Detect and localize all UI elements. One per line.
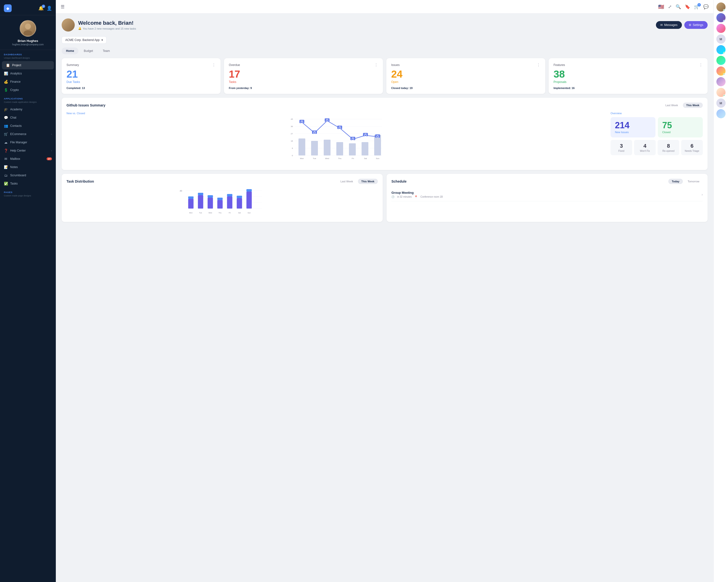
shopping-cart-icon[interactable]: 🛒 5	[694, 4, 699, 9]
stat-label: Open	[391, 80, 540, 84]
svg-text:18: 18	[291, 140, 293, 142]
task-distribution-card: Task Distribution Last Week This Week 40	[62, 174, 383, 222]
right-avatar-2[interactable]	[717, 13, 726, 22]
right-avatar-10[interactable]: M	[717, 99, 726, 108]
tab-budget[interactable]: Budget	[79, 48, 97, 54]
stat-label: Tasks	[229, 80, 378, 84]
tab-team[interactable]: Team	[98, 48, 114, 54]
stat-number: 17	[229, 69, 378, 79]
more-options-icon[interactable]: ⋮	[699, 62, 703, 67]
more-options-icon[interactable]: ⋮	[537, 62, 540, 67]
github-content: New vs. Closed 45 36	[67, 112, 703, 165]
sidebar-item-academy[interactable]: 🎓 Academy	[0, 105, 56, 113]
mini-label: Won't Fix	[636, 149, 654, 152]
sidebar-item-label: Mailbox	[10, 157, 20, 161]
sidebar-item-notes[interactable]: 📝 Notes	[0, 163, 56, 171]
pages-section-label: PAGES	[0, 188, 56, 194]
svg-text:Tue: Tue	[199, 212, 202, 214]
sidebar-item-label: Scrumboard	[10, 174, 26, 177]
search-icon[interactable]: 🔍	[676, 4, 681, 9]
more-options-icon[interactable]: ⋮	[374, 62, 378, 67]
sidebar-item-ecommerce[interactable]: 🛒 ECommerce ›	[0, 130, 56, 138]
right-avatar-1[interactable]	[717, 2, 726, 11]
welcome-avatar	[62, 19, 75, 31]
sidebar-icons: 🔔 3 👤	[38, 6, 52, 11]
svg-text:Mon: Mon	[300, 157, 304, 160]
scrumboard-icon: 🗂	[4, 173, 8, 177]
sidebar-item-filemanager[interactable]: ☁ File Manager	[0, 138, 56, 146]
right-avatar-9[interactable]	[717, 88, 726, 97]
tasks-icon: ✅	[4, 182, 8, 186]
right-avatar-4[interactable]: M	[717, 34, 726, 44]
topbar: ☰ 🇺🇸 ⤢ 🔍 🔖 🛒 5 💬	[56, 0, 713, 13]
stat-card-overdue: Overdue ⋮ 17 Tasks From yesterday: 9	[224, 58, 383, 94]
svg-rect-17	[336, 142, 343, 156]
sidebar-item-project[interactable]: 📋 Project	[2, 61, 54, 70]
schedule-toggle: Today Tomorrow	[668, 179, 703, 184]
tab-home[interactable]: Home	[62, 48, 78, 54]
sidebar-item-chat[interactable]: 💬 Chat	[0, 113, 56, 122]
sidebar-item-finance[interactable]: 💰 Finance	[0, 78, 56, 86]
right-avatar-6[interactable]	[717, 56, 726, 65]
mini-fixed: 3 Fixed	[610, 140, 632, 155]
task-this-week-button[interactable]: This Week	[358, 179, 378, 184]
sidebar-item-helpcenter[interactable]: ❓ Help Center ›	[0, 146, 56, 155]
stat-cards: Summary ⋮ 21 Due Tasks Completed: 13 Ove…	[62, 58, 708, 94]
svg-text:40: 40	[180, 190, 182, 192]
last-week-button[interactable]: Last Week	[662, 103, 681, 108]
svg-text:Fri: Fri	[352, 157, 354, 160]
sidebar: ◆ 🔔 3 👤 Brian Hughes hughes.brian@compan…	[0, 0, 56, 582]
hamburger-icon[interactable]: ☰	[61, 4, 64, 9]
sidebar-item-mailbox[interactable]: ✉ Mailbox 27	[0, 155, 56, 163]
stat-footer: Implemented: 16	[553, 87, 703, 89]
task-dist-title: Task Distribution	[67, 179, 94, 183]
sidebar-item-label: ECommerce	[10, 132, 26, 136]
ecommerce-icon: 🛒	[4, 132, 8, 136]
stat-footer: Completed: 13	[67, 87, 216, 89]
notification-bell[interactable]: 🔔 3	[38, 6, 44, 11]
svg-rect-16	[324, 140, 331, 156]
location-icon: 📍	[414, 195, 417, 198]
right-avatar-3[interactable]	[717, 24, 726, 33]
sidebar-item-crypto[interactable]: 💲 Crypto	[0, 86, 56, 94]
mailbox-icon: ✉	[4, 157, 8, 161]
more-options-icon[interactable]: ⋮	[212, 62, 216, 67]
right-avatar-11[interactable]	[717, 109, 726, 118]
tomorrow-button[interactable]: Tomorrow	[684, 179, 703, 184]
settings-button[interactable]: ⚙ Settings	[684, 21, 708, 29]
right-avatar-7[interactable]	[717, 66, 726, 76]
today-button[interactable]: Today	[668, 179, 683, 184]
svg-text:Sun: Sun	[248, 212, 251, 214]
app-logo[interactable]: ◆	[4, 4, 11, 12]
applications-section-label: APPLICATIONS	[0, 94, 56, 101]
sidebar-item-analytics[interactable]: 📊 Analytics	[0, 70, 56, 78]
svg-point-38	[364, 134, 366, 136]
sidebar-item-contacts[interactable]: 👥 Contacts	[0, 122, 56, 130]
chevron-right-icon[interactable]: ›	[702, 193, 703, 196]
svg-rect-54	[188, 199, 193, 209]
sidebar-item-tasks[interactable]: ✅ Tasks	[0, 179, 56, 188]
right-avatar-5[interactable]	[717, 45, 726, 54]
svg-point-23	[301, 121, 303, 123]
dashboards-section-label: DASHBOARDS	[0, 50, 56, 57]
project-selector[interactable]: ACME Corp. Backend App ▾	[62, 36, 106, 44]
messages-button[interactable]: ✉ Messages	[656, 21, 682, 29]
bookmark-icon[interactable]: 🔖	[685, 4, 690, 9]
user-icon[interactable]: 👤	[47, 6, 52, 11]
overview-top-boxes: 214 New Issues 75 Closed	[610, 117, 703, 138]
svg-rect-56	[198, 195, 203, 209]
svg-rect-14	[298, 138, 305, 156]
task-last-week-button[interactable]: Last Week	[337, 179, 357, 184]
svg-text:Fri: Fri	[229, 212, 231, 214]
right-avatar-8[interactable]	[717, 77, 726, 86]
cart-badge: 5	[697, 3, 701, 6]
flag-icon[interactable]: 🇺🇸	[658, 4, 664, 10]
messages-icon[interactable]: 💬	[703, 4, 709, 9]
this-week-button[interactable]: This Week	[683, 103, 703, 108]
notification-badge: 3	[42, 5, 45, 8]
svg-text:Mon: Mon	[189, 212, 193, 214]
sidebar-item-scrumboard[interactable]: 🗂 Scrumboard	[0, 171, 56, 179]
expand-icon[interactable]: ⤢	[668, 4, 672, 9]
github-card-header: Github Issues Summary Last Week This Wee…	[67, 103, 703, 108]
svg-rect-19	[362, 142, 368, 156]
